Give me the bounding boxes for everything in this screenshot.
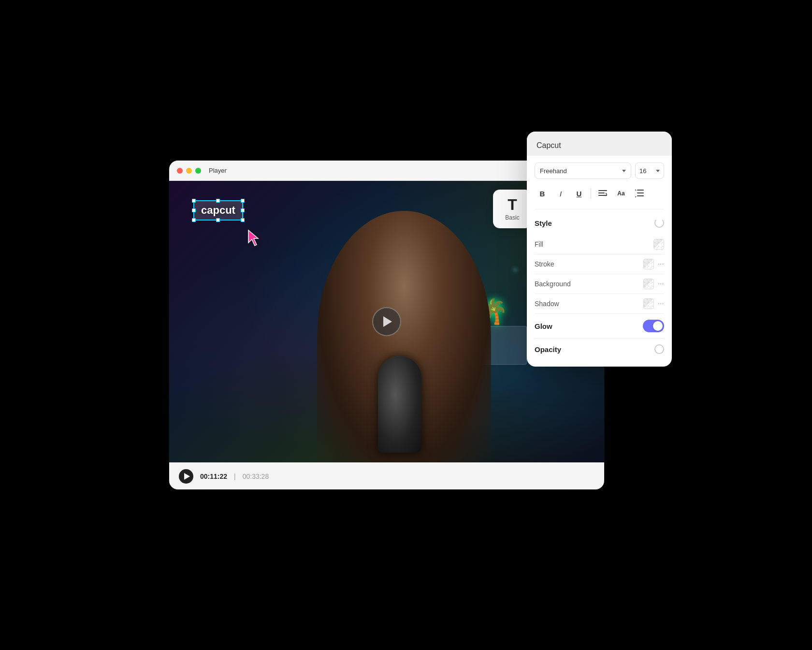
style-section-header: Style bbox=[535, 218, 664, 228]
glow-row: Glow bbox=[535, 314, 664, 339]
control-play-button[interactable] bbox=[179, 469, 193, 484]
control-play-icon bbox=[184, 473, 190, 480]
background-row: Background ··· bbox=[535, 274, 664, 294]
font-type-icon: T bbox=[508, 197, 517, 212]
opacity-icon[interactable] bbox=[654, 344, 664, 354]
right-panel: Capcut Freehand 16 B I U bbox=[527, 132, 672, 367]
font-size-value: 16 bbox=[639, 167, 646, 175]
font-size-dropdown[interactable]: 16 bbox=[635, 162, 664, 179]
resize-handle-bm[interactable] bbox=[216, 218, 220, 222]
font-size-chevron-icon bbox=[656, 170, 660, 172]
case-button[interactable]: Aa bbox=[613, 186, 629, 201]
fill-row: Fill bbox=[535, 235, 664, 254]
resize-handle-tl[interactable] bbox=[192, 199, 196, 203]
time-total: 00:33:28 bbox=[243, 473, 269, 480]
svg-rect-7 bbox=[637, 192, 644, 193]
resize-handle-bl[interactable] bbox=[192, 218, 196, 222]
panel-header: Capcut bbox=[527, 132, 672, 156]
align-button[interactable] bbox=[595, 186, 610, 201]
format-row: B I U Aa bbox=[535, 186, 664, 209]
font-family-label: Freehand bbox=[540, 167, 567, 175]
fill-label: Fill bbox=[535, 240, 543, 248]
font-type-label: Basic bbox=[505, 214, 519, 221]
svg-rect-8 bbox=[637, 195, 644, 196]
stroke-controls: ··· bbox=[643, 259, 664, 269]
maximize-button[interactable] bbox=[195, 168, 201, 174]
shadow-more-button[interactable]: ··· bbox=[658, 299, 664, 308]
resize-handle-tm[interactable] bbox=[216, 199, 220, 203]
toggle-knob bbox=[653, 321, 663, 331]
panel-font-name: Capcut bbox=[536, 141, 561, 149]
close-button[interactable] bbox=[177, 168, 183, 174]
shadow-controls: ··· bbox=[643, 298, 664, 309]
font-selector-row: Freehand 16 bbox=[535, 162, 664, 179]
background-label: Background bbox=[535, 280, 571, 288]
overlay-text: capcut bbox=[201, 204, 235, 216]
bold-button[interactable]: B bbox=[535, 186, 550, 201]
underline-button[interactable]: U bbox=[571, 186, 587, 201]
style-label: Style bbox=[535, 219, 552, 227]
shadow-label: Shadow bbox=[535, 300, 559, 308]
background-more-button[interactable]: ··· bbox=[658, 280, 664, 288]
svg-rect-4 bbox=[598, 192, 605, 193]
time-divider: | bbox=[234, 473, 236, 480]
minimize-button[interactable] bbox=[186, 168, 192, 174]
format-divider bbox=[591, 188, 591, 199]
resize-handle-br[interactable] bbox=[241, 218, 245, 222]
resize-handle-tr[interactable] bbox=[241, 199, 245, 203]
background-controls: ··· bbox=[643, 279, 664, 289]
svg-rect-6 bbox=[637, 190, 644, 191]
shadow-row: Shadow ··· bbox=[535, 294, 664, 314]
panel-body: Freehand 16 B I U bbox=[527, 156, 672, 367]
glow-toggle[interactable] bbox=[643, 320, 664, 332]
background-color-swatch[interactable] bbox=[643, 279, 654, 289]
opacity-row: Opacity bbox=[535, 339, 664, 360]
svg-rect-3 bbox=[598, 190, 607, 191]
microphone-prop bbox=[378, 356, 421, 453]
play-overlay[interactable] bbox=[372, 307, 401, 336]
time-current: 00:11:22 bbox=[200, 473, 227, 480]
bokeh-light bbox=[513, 268, 517, 272]
font-type-button[interactable]: T Basic bbox=[493, 190, 532, 228]
play-button[interactable] bbox=[372, 307, 401, 336]
text-overlay[interactable]: capcut bbox=[193, 200, 243, 221]
resize-handle-lm[interactable] bbox=[192, 208, 196, 212]
shadow-color-swatch[interactable] bbox=[643, 298, 654, 309]
opacity-label: Opacity bbox=[535, 345, 561, 354]
stroke-row: Stroke ··· bbox=[535, 254, 664, 274]
player-controls: 00:11:22 | 00:33:28 bbox=[169, 462, 604, 489]
chevron-down-icon bbox=[622, 170, 626, 172]
italic-button[interactable]: I bbox=[553, 186, 568, 201]
window-controls[interactable] bbox=[177, 168, 201, 174]
fill-color-swatch[interactable] bbox=[653, 239, 664, 250]
window-title: Player bbox=[209, 167, 227, 174]
play-icon bbox=[383, 316, 392, 327]
stroke-more-button[interactable]: ··· bbox=[658, 260, 664, 268]
font-family-dropdown[interactable]: Freehand bbox=[535, 162, 631, 179]
glow-label: Glow bbox=[535, 322, 552, 330]
stroke-color-swatch[interactable] bbox=[643, 259, 654, 269]
resize-handle-rm[interactable] bbox=[241, 208, 245, 212]
fill-controls bbox=[653, 239, 664, 250]
line-spacing-button[interactable] bbox=[632, 186, 647, 201]
stroke-label: Stroke bbox=[535, 260, 554, 268]
style-refresh-icon[interactable] bbox=[654, 218, 664, 228]
